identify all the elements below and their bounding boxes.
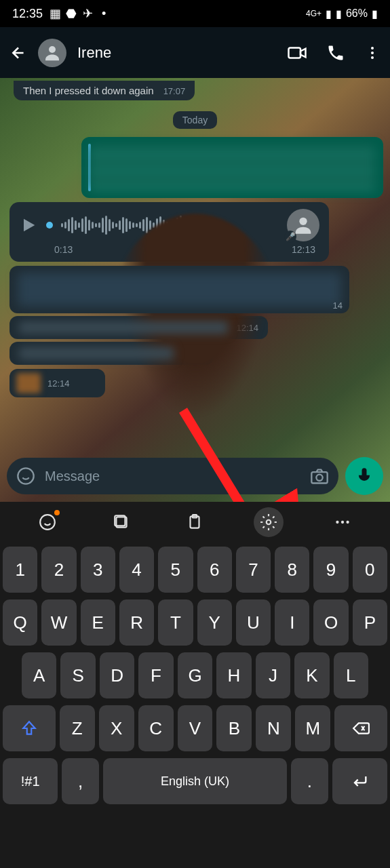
network-type: 4G+ [306, 9, 321, 18]
status-bar: 12:35 ▦ ⬣ ✈ • 4G+ ▮ ▮ 66% ▮ [0, 0, 390, 27]
key-t[interactable]: T [158, 599, 193, 646]
key-a[interactable]: A [22, 652, 56, 698]
contact-avatar[interactable] [38, 39, 66, 67]
message-input-field[interactable]: Message [7, 458, 338, 494]
svg-point-11 [40, 515, 55, 530]
svg-point-3 [371, 52, 374, 54]
key-5[interactable]: 5 [158, 547, 193, 593]
key-r[interactable]: R [119, 599, 154, 646]
more-notif-icon: • [97, 7, 111, 20]
keyboard-emoji-button[interactable] [33, 507, 62, 537]
svg-point-0 [49, 46, 56, 53]
voice-sender-avatar: 🎤 [287, 209, 319, 241]
voice-call-button[interactable] [326, 43, 345, 62]
redacted-content [19, 321, 228, 334]
key-1[interactable]: 1 [3, 547, 37, 593]
signal-icon-2: ▮ [336, 7, 342, 20]
emoji-button[interactable] [16, 467, 35, 486]
key-p[interactable]: P [353, 599, 387, 646]
key-j[interactable]: J [256, 652, 290, 698]
incoming-message-redacted[interactable]: 14 [9, 266, 349, 313]
svg-point-8 [316, 475, 322, 481]
redacted-content [90, 144, 375, 191]
svg-point-2 [371, 47, 374, 50]
key-v[interactable]: V [178, 705, 213, 751]
key-x[interactable]: X [99, 705, 134, 751]
enter-key[interactable] [332, 758, 387, 804]
comma-key[interactable]: , [62, 758, 98, 804]
backspace-key[interactable] [334, 705, 387, 751]
svg-point-18 [341, 521, 344, 524]
notif-icon-2: ⬣ [64, 7, 78, 20]
key-k[interactable]: K [294, 652, 329, 698]
playback-position-dot[interactable] [46, 222, 53, 229]
svg-rect-1 [289, 47, 301, 58]
key-e[interactable]: E [81, 599, 115, 646]
voice-sent-time: 12:13 [292, 244, 315, 255]
key-n[interactable]: N [256, 705, 291, 751]
key-w[interactable]: W [41, 599, 76, 646]
key-2[interactable]: 2 [41, 547, 76, 593]
outgoing-reply-message[interactable] [81, 137, 383, 198]
key-y[interactable]: Y [197, 599, 232, 646]
more-options-button[interactable] [364, 45, 381, 61]
key-4[interactable]: 4 [119, 547, 154, 593]
old-incoming-message[interactable]: Then I pressed it down again 17:07 [14, 81, 195, 100]
svg-point-6 [18, 468, 33, 484]
status-time: 12:35 [12, 7, 43, 21]
key-d[interactable]: D [100, 652, 134, 698]
key-c[interactable]: C [138, 705, 174, 751]
keyboard-more-button[interactable] [328, 507, 357, 537]
svg-point-5 [299, 218, 307, 225]
key-m[interactable]: M [295, 705, 330, 751]
symbols-key[interactable]: !#1 [3, 758, 58, 804]
message-time: 17:07 [163, 86, 186, 96]
message-time: 14 [333, 300, 343, 311]
key-9[interactable]: 9 [313, 547, 348, 593]
svg-point-4 [371, 56, 374, 59]
chat-area[interactable]: Then I pressed it down again 17:07 Today… [0, 78, 390, 502]
space-key[interactable]: English (UK) [103, 758, 288, 804]
keyboard-gallery-button[interactable] [106, 507, 136, 537]
redacted-content [19, 347, 174, 359]
key-s[interactable]: S [60, 652, 95, 698]
day-label: Today [173, 111, 217, 129]
contact-name[interactable]: Irene [77, 44, 276, 62]
key-h[interactable]: H [216, 652, 251, 698]
key-6[interactable]: 6 [197, 547, 232, 593]
key-z[interactable]: Z [60, 705, 95, 751]
key-l[interactable]: L [334, 652, 368, 698]
keyboard-toolbar [0, 502, 390, 542]
chat-header: Irene [0, 27, 390, 78]
voice-duration: 0:13 [54, 244, 73, 255]
keyboard: 1234567890 QWERTYUIOP ASDFGHJKL ZXCVBNM … [0, 502, 390, 868]
telegram-icon: ✈ [81, 7, 94, 20]
notif-icon-1: ▦ [48, 7, 62, 20]
key-o[interactable]: O [313, 599, 348, 646]
key-q[interactable]: Q [3, 599, 37, 646]
voice-record-button[interactable] [345, 457, 383, 495]
video-call-button[interactable] [287, 43, 307, 63]
message-time: 12:14 [47, 378, 70, 389]
key-i[interactable]: I [275, 599, 309, 646]
play-button[interactable] [19, 216, 38, 235]
day-separator: Today [0, 111, 390, 129]
message-placeholder: Message [45, 469, 300, 484]
key-f[interactable]: F [138, 652, 173, 698]
key-8[interactable]: 8 [275, 547, 309, 593]
redacted-content [18, 273, 341, 307]
key-b[interactable]: B [216, 705, 252, 751]
back-button[interactable] [9, 44, 27, 62]
key-3[interactable]: 3 [81, 547, 115, 593]
key-7[interactable]: 7 [236, 547, 271, 593]
shift-key[interactable] [3, 705, 56, 751]
keyboard-settings-button[interactable] [254, 507, 284, 537]
key-g[interactable]: G [178, 652, 212, 698]
battery-text: 66% [346, 7, 368, 20]
incoming-image-message[interactable]: 12:14 [9, 369, 105, 397]
keyboard-clipboard-button[interactable] [180, 507, 210, 537]
camera-button[interactable] [310, 467, 329, 486]
key-0[interactable]: 0 [353, 547, 387, 593]
period-key[interactable]: . [291, 758, 328, 804]
key-u[interactable]: U [236, 599, 271, 646]
